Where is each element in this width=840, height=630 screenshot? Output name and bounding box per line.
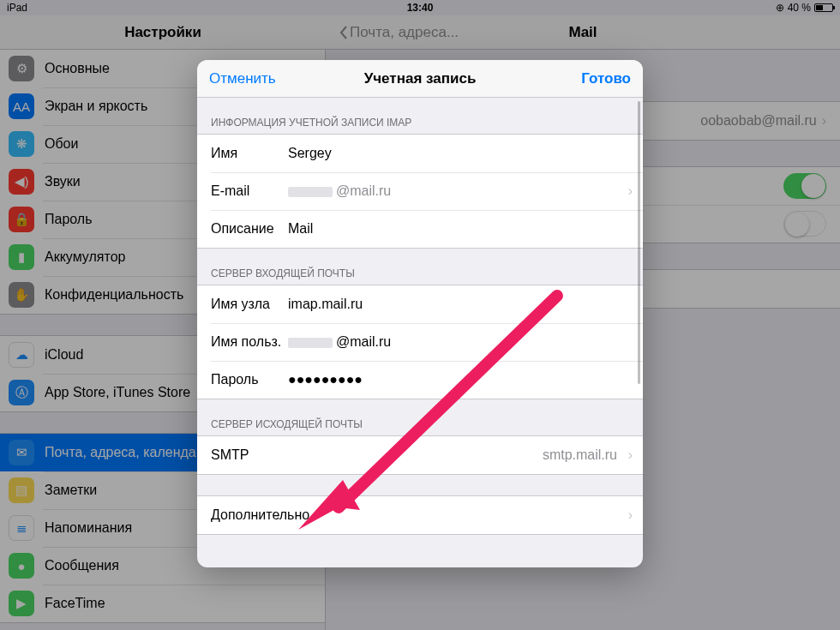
imap-info-group: Имя Sergey E-mail @mail.ru › Описание Ma… — [197, 134, 643, 249]
chevron-right-icon: › — [628, 507, 633, 523]
modal-header: Отменить Учетная запись Готово — [197, 60, 643, 98]
cancel-button[interactable]: Отменить — [209, 70, 276, 87]
password-row[interactable]: Пароль ●●●●●●●●● — [197, 361, 643, 399]
redacted-icon — [288, 338, 333, 348]
password-value: ●●●●●●●●● — [288, 372, 629, 387]
name-row[interactable]: Имя Sergey — [197, 135, 643, 172]
description-value: Mail — [288, 221, 629, 237]
host-label: Имя узла — [211, 297, 288, 312]
section-imap-info: ИНФОРМАЦИЯ УЧЕТНОЙ ЗАПИСИ IMAP — [197, 98, 643, 134]
smtp-label: SMTP — [211, 447, 288, 463]
email-row[interactable]: E-mail @mail.ru › — [197, 172, 643, 210]
incoming-group: Имя узла imap.mail.ru Имя польз. @mail.r… — [197, 285, 643, 399]
name-label: Имя — [211, 146, 288, 161]
description-label: Описание — [211, 221, 288, 237]
user-label: Имя польз. — [211, 334, 288, 350]
section-incoming: СЕРВЕР ВХОДЯЩЕЙ ПОЧТЫ — [197, 249, 643, 285]
section-outgoing: СЕРВЕР ИСХОДЯЩЕЙ ПОЧТЫ — [197, 399, 643, 435]
host-value: imap.mail.ru — [288, 297, 629, 312]
advanced-row[interactable]: Дополнительно › — [197, 496, 643, 534]
description-row[interactable]: Описание Mail — [197, 210, 643, 248]
advanced-label: Дополнительно — [211, 507, 629, 523]
host-row[interactable]: Имя узла imap.mail.ru — [197, 285, 643, 323]
outgoing-group: SMTP smtp.mail.ru › — [197, 435, 643, 475]
user-value: @mail.ru — [288, 334, 629, 350]
account-modal: Отменить Учетная запись Готово ИНФОРМАЦИ… — [197, 60, 643, 567]
redacted-icon — [288, 187, 333, 197]
smtp-row[interactable]: SMTP smtp.mail.ru › — [197, 436, 643, 474]
chevron-right-icon: › — [628, 447, 633, 463]
smtp-value: smtp.mail.ru — [543, 447, 617, 463]
done-button[interactable]: Готово — [581, 70, 631, 87]
name-value: Sergey — [288, 146, 629, 161]
email-label: E-mail — [211, 183, 288, 199]
advanced-group: Дополнительно › — [197, 495, 643, 535]
password-label: Пароль — [211, 372, 288, 387]
user-row[interactable]: Имя польз. @mail.ru — [197, 323, 643, 361]
email-value: @mail.ru — [288, 183, 629, 199]
chevron-right-icon: › — [628, 183, 633, 199]
modal-scrollbar[interactable] — [638, 101, 640, 384]
modal-title: Учетная запись — [364, 70, 477, 87]
